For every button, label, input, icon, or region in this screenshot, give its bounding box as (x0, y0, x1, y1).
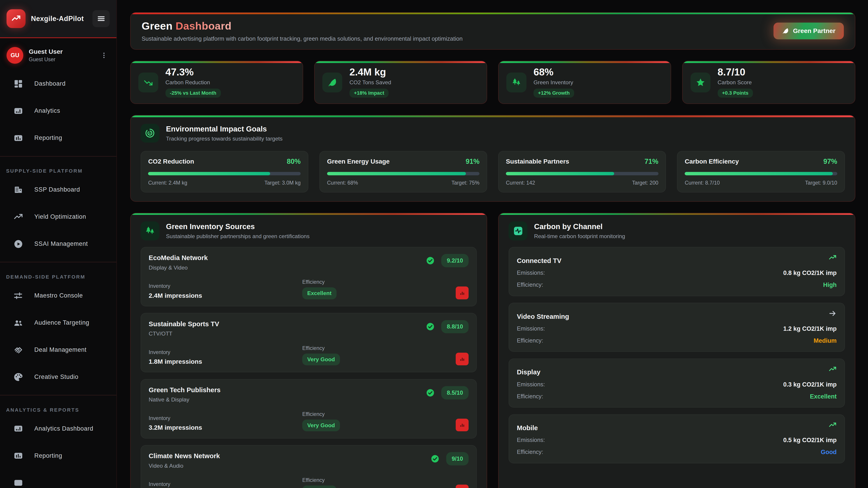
stat-card-carbon-reduction: 47.3% Carbon Reduction -25% vs Last Mont… (130, 61, 303, 104)
sidebar-item-creative-studio[interactable]: Creative Studio (0, 363, 116, 391)
two-column-row: Green Inventory Sources Sustainable publ… (130, 213, 855, 488)
emissions-label: Emissions: (517, 325, 545, 332)
green-partner-badge[interactable]: Green Partner (774, 23, 844, 39)
goal-target: Target: 75% (452, 180, 479, 186)
channel-name: Display (517, 368, 540, 376)
sidebar-item-label: Deal Management (34, 346, 87, 353)
menu-icon (97, 14, 105, 23)
goal-card-co2-reduction: CO2 Reduction80% Current: 2.4M kgTarget:… (141, 151, 308, 193)
inventory-label: Inventory (149, 349, 302, 355)
section-header: Green Inventory Sources Sustainable publ… (141, 221, 477, 240)
hamburger-menu-button[interactable] (92, 10, 110, 27)
emissions-value: 0.8 kg CO2/1K imp (783, 269, 837, 276)
user-info: Guest User Guest User (29, 48, 63, 63)
stats-row: 47.3% Carbon Reduction -25% vs Last Mont… (130, 61, 855, 104)
carbon-by-channel-section: Carbon by Channel Real-time carbon footp… (498, 213, 855, 488)
source-chart-button[interactable] (456, 353, 468, 365)
efficiency-label: Efficiency: (517, 337, 543, 344)
channel-name: Video Streaming (517, 313, 569, 320)
sidebar-item-dashboard[interactable]: Dashboard (0, 70, 116, 97)
bar-chart-icon (459, 421, 466, 429)
sidebar-item-audience-targeting[interactable]: Audience Targeting (0, 309, 116, 336)
sidebar-nav: Dashboard Analytics Reporting SUPPLY-SID… (0, 70, 116, 488)
goal-card-green-energy: Green Energy Usage91% Current: 68%Target… (319, 151, 487, 193)
sidebar-item-label: Creative Studio (34, 373, 79, 381)
goal-percent: 80% (287, 158, 301, 165)
progress-bar (506, 172, 658, 175)
source-score: 9.2/10 (441, 254, 468, 267)
page-subtitle: Sustainable advertising platform with ca… (142, 35, 463, 42)
reporting-chart-icon (13, 451, 23, 461)
sidebar-item-ssp-dashboard[interactable]: SSP Dashboard (0, 176, 116, 203)
stat-value: 8.7/10 (718, 67, 753, 77)
goal-current: Current: 142 (506, 180, 535, 186)
channel-name: Connected TV (517, 257, 561, 265)
emissions-value: 0.3 kg CO2/1K imp (783, 381, 837, 388)
sidebar-item-reporting[interactable]: Reporting (0, 125, 116, 152)
reporting-chart-icon (13, 133, 23, 143)
trending-up-icon (829, 421, 837, 429)
nav-group-dsp: DEMAND-SIDE PLATFORM (0, 262, 116, 282)
sidebar-item-reporting-2[interactable]: Reporting (0, 442, 116, 469)
goal-target: Target: 9.0/10 (805, 180, 837, 186)
analytics-chart-icon (13, 424, 23, 433)
section-header-text: Green Inventory Sources Sustainable publ… (166, 222, 309, 239)
main-content: Green Dashboard Sustainable advertising … (130, 0, 855, 488)
goal-target-icon (141, 124, 159, 142)
stat-value: 2.4M kg (349, 67, 391, 77)
stat-card-carbon-score: 8.7/10 Carbon Score +0.3 Points (682, 61, 855, 104)
source-type: Native & Display (149, 396, 221, 403)
source-chart-button[interactable] (456, 485, 468, 488)
nav-group-label: ANALYTICS & REPORTS (6, 407, 116, 413)
page-title-primary: Green (142, 20, 173, 32)
user-row: GU Guest User Guest User (6, 47, 110, 64)
source-info: EcoMedia Network Display & Video (149, 254, 208, 271)
stat-label: Carbon Reduction (165, 79, 221, 86)
sidebar-item-analytics-dashboard[interactable]: Analytics Dashboard (0, 415, 116, 442)
app: Nexgile-AdPilot GU Guest User Guest User (0, 0, 868, 488)
stat-card-co2-saved: 2.4M kg CO2 Tons Saved +18% Impact (314, 61, 487, 104)
sidebar-item-analytics[interactable]: Analytics (0, 97, 116, 125)
sidebar-item-deal-management[interactable]: Deal Management (0, 336, 116, 363)
palette-icon (13, 372, 23, 382)
section-title: Carbon by Channel (534, 222, 625, 231)
goal-percent: 71% (645, 158, 658, 165)
efficiency-label: Efficiency: (517, 393, 543, 400)
stat-badge: +18% Impact (349, 89, 389, 98)
sidebar-item-maestro-console[interactable]: Maestro Console (0, 282, 116, 309)
emissions-value: 1.2 kg CO2/1K imp (783, 325, 837, 332)
section-header: Environmental Impact Goals Tracking prog… (141, 124, 845, 142)
stat-label: CO2 Tons Saved (349, 79, 391, 86)
efficiency-badge: Excellent (302, 287, 337, 299)
user-menu-button[interactable] (98, 50, 110, 61)
progress-fill (685, 172, 833, 175)
nav-group-analytics: ANALYTICS & REPORTS (0, 395, 116, 415)
bar-chart-icon (459, 289, 466, 297)
stat-badge: -25% vs Last Month (165, 89, 221, 98)
goal-name: Carbon Efficiency (685, 158, 739, 165)
sidebar-item-label: SSAI Management (34, 240, 88, 248)
sidebar-item-ssai-management[interactable]: SSAI Management (0, 230, 116, 258)
efficiency-label: Efficiency: (517, 282, 543, 289)
progress-fill (327, 172, 466, 175)
sidebar-item-label: Maestro Console (34, 292, 83, 299)
badge-check-icon (431, 454, 439, 463)
bar-chart-icon (459, 355, 466, 363)
goal-name: Sustainable Partners (506, 158, 569, 165)
emissions-label: Emissions: (517, 437, 545, 444)
sidebar-item-partial[interactable] (0, 469, 116, 488)
source-chart-button[interactable] (456, 419, 468, 431)
efficiency-badge: Very Good (302, 354, 340, 365)
section-subtitle: Real-time carbon footprint monitoring (534, 233, 625, 239)
badge-check-icon (426, 322, 435, 331)
inventory-value: 1.8M impressions (149, 358, 302, 365)
source-chart-button[interactable] (456, 287, 468, 299)
goal-current: Current: 68% (327, 180, 358, 186)
stat-badge: +0.3 Points (718, 89, 753, 98)
inventory-label: Inventory (149, 283, 302, 289)
inventory-col: Inventory 2.4M impressions (149, 283, 302, 299)
sidebar-item-yield-optimization[interactable]: Yield Optimization (0, 203, 116, 230)
stat-badge: +12% Growth (533, 89, 574, 98)
source-info: Sustainable Sports TV CTV/OTT (149, 320, 219, 337)
efficiency-value: High (823, 282, 837, 289)
